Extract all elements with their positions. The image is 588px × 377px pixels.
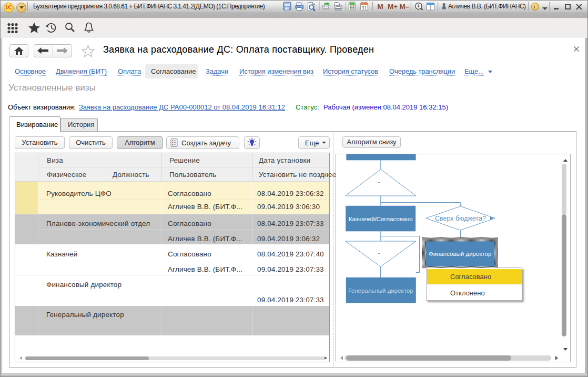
svg-text:Финансовый директор: Финансовый директор [429,251,492,257]
svg-text:Казначей/Согласовано: Казначей/Согласовано [349,216,413,222]
svg-text:-: - [378,249,380,257]
svg-text:Генеральный директор: Генеральный директор [348,287,413,294]
svg-text:-: - [378,178,380,186]
svg-text:М: М [378,3,383,11]
svg-text:М–: М– [400,3,410,11]
svg-text:М+: М+ [388,3,398,11]
svg-text:Сверх бюджета?: Сверх бюджета? [435,215,486,222]
svg-text:31: 31 [362,5,367,11]
